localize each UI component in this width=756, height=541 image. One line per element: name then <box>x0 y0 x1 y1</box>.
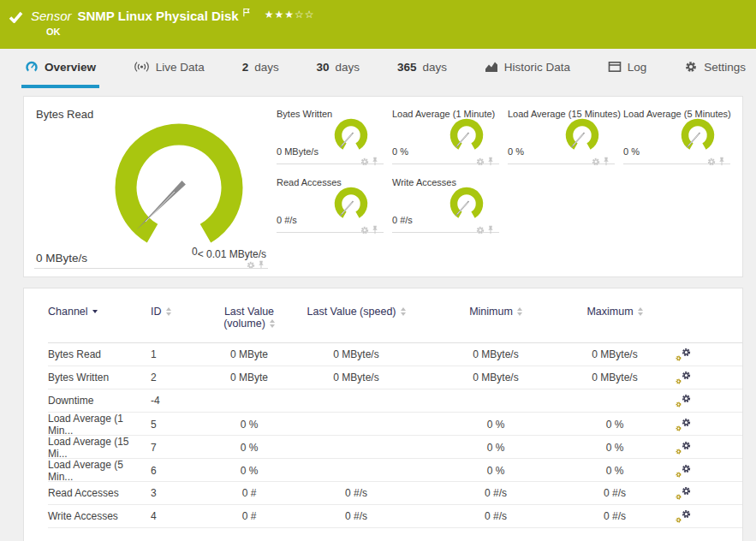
gauge-current-value: 0 % <box>623 146 640 157</box>
channel-settings-gears-icon[interactable] <box>676 418 691 431</box>
channel-settings-gears-icon[interactable] <box>676 486 691 500</box>
divider <box>34 268 268 269</box>
gauge-cell-read-accesses: Read Accesses 0 #/s <box>277 175 384 233</box>
main-gauge-bytes-read: Bytes Read 0 MByte/s 0 < 0.01 MByte/s <box>24 97 275 276</box>
channel-settings-gears-icon[interactable] <box>676 348 691 361</box>
channel-settings-gears-icon[interactable] <box>676 394 691 407</box>
tab-2-days[interactable]: 2 days <box>239 49 283 88</box>
column-header-minimum[interactable]: Minimum <box>412 306 580 318</box>
tab-settings[interactable]: Settings <box>681 49 749 88</box>
object-kind-label: Sensor <box>31 9 72 23</box>
last-value-speed: 0 #/s <box>301 510 412 522</box>
channel-id: -4 <box>151 395 198 407</box>
table-header-row: Channel ID Last Value (volume) Last Valu… <box>48 306 742 343</box>
stars-filled: ★★★ <box>265 9 295 21</box>
maximum-value: 0 % <box>580 419 650 431</box>
channel-id: 5 <box>151 419 198 431</box>
channel-settings-gears-icon[interactable] <box>676 371 691 384</box>
last-value-speed: 0 MByte/s <box>301 348 412 360</box>
maximum-value: 0 % <box>580 465 650 477</box>
minimum-value: 0 #/s <box>412 510 580 522</box>
last-value-speed: 0 MByte/s <box>301 372 412 383</box>
channel-gear-icon[interactable] <box>707 158 716 166</box>
tab-log[interactable]: Log <box>604 49 651 88</box>
last-value-volume: 0 MByte <box>198 372 301 383</box>
channel-gear-icon[interactable] <box>360 226 369 235</box>
gauge-icon <box>25 61 39 73</box>
tab-label: Settings <box>704 61 746 74</box>
tab-label: days <box>336 61 360 74</box>
channel-name: Bytes Written <box>48 372 151 383</box>
tab-label: Live Data <box>156 61 205 74</box>
gauge-current-value: 0 MByte/s <box>277 146 318 157</box>
channel-settings-gears-icon[interactable] <box>676 464 691 478</box>
tab-label: Historic Data <box>504 61 570 74</box>
tab-overview[interactable]: Overview <box>21 49 99 88</box>
table-row: Load Average (5 Min... 6 0 % 0 % 0 % <box>48 459 742 482</box>
tab-live-data[interactable]: Live Data <box>130 49 208 88</box>
small-gauge <box>678 118 717 154</box>
status-badge: OK <box>46 27 746 37</box>
tab-label-number: 2 <box>242 61 249 74</box>
column-header-last-value-volume[interactable]: Last Value (volume) <box>198 306 301 330</box>
historic-chart-icon <box>485 61 498 73</box>
empty-cell <box>508 175 615 233</box>
stars-empty: ☆☆ <box>295 9 315 21</box>
column-label: Last Value <box>224 306 274 318</box>
gauge-cell-write-accesses: Write Accesses 0 #/s <box>392 175 499 233</box>
channel-pin-icon[interactable] <box>487 157 494 166</box>
channel-pin-icon[interactable] <box>487 225 494 235</box>
tab-365-days[interactable]: 365 days <box>394 49 450 88</box>
column-label: Channel <box>48 306 88 318</box>
tab-label-number: 365 <box>397 61 417 74</box>
flag-icon[interactable] <box>242 8 251 17</box>
gauge-title: Bytes Written <box>277 109 332 119</box>
log-window-icon <box>608 61 622 73</box>
channel-gear-icon[interactable] <box>592 158 600 166</box>
tab-historic-data[interactable]: Historic Data <box>481 49 574 88</box>
gauge-cell-load-average-15-minutes: Load Average (15 Minutes) 0 % <box>508 107 615 164</box>
small-gauge <box>331 187 371 223</box>
column-header-channel[interactable]: Channel <box>48 306 151 318</box>
last-value-volume: 0 MByte <box>198 348 301 360</box>
table-row: Load Average (15 Mi... 7 0 % 0 % 0 % <box>48 436 742 459</box>
gauge-scale-max: < 0.01 MByte/s <box>198 248 266 260</box>
tab-label: days <box>254 61 279 74</box>
channel-pin-icon[interactable] <box>603 157 610 166</box>
channel-gear-icon[interactable] <box>360 158 369 166</box>
channel-pin-icon[interactable] <box>718 157 725 166</box>
channel-pin-icon[interactable] <box>372 157 378 166</box>
minimum-value: 0 % <box>412 442 580 454</box>
channel-settings-gears-icon[interactable] <box>676 509 691 523</box>
last-value-volume: 0 # <box>198 487 301 499</box>
channel-id: 1 <box>151 348 198 360</box>
tab-30-days[interactable]: 30 days <box>313 49 364 88</box>
column-header-last-value-speed[interactable]: Last Value (speed) <box>301 306 412 318</box>
channel-id: 6 <box>151 465 198 477</box>
channel-settings-gears-icon[interactable] <box>676 441 691 455</box>
gauge-current-value: 0 % <box>392 146 408 157</box>
maximum-value: 0 % <box>580 442 650 454</box>
channel-gear-icon[interactable] <box>476 226 485 235</box>
channels-table-panel: Channel ID Last Value (volume) Last Valu… <box>23 288 743 541</box>
channel-pin-icon[interactable] <box>372 225 378 235</box>
tab-label: Log <box>628 61 647 74</box>
table-row: Read Accesses 3 0 # 0 #/s 0 #/s 0 #/s <box>48 482 742 505</box>
column-header-id[interactable]: ID <box>151 306 198 318</box>
tab-bar: Overview Live Data 2 days 30 days 365 da… <box>0 49 756 88</box>
small-gauges-grid: Bytes Written 0 MByte/s Load Average (1 … <box>275 97 742 276</box>
priority-stars[interactable]: ★★★☆☆ <box>265 9 315 21</box>
column-header-maximum[interactable]: Maximum <box>580 306 650 318</box>
column-label: ID <box>151 306 162 318</box>
tab-label: Overview <box>45 61 96 74</box>
small-gauge <box>447 187 486 223</box>
channel-id: 2 <box>151 372 198 383</box>
table-row: Load Average (1 Min... 5 0 % 0 % 0 % <box>48 413 742 436</box>
sort-icon <box>401 307 406 316</box>
channel-name: Read Accesses <box>48 487 151 499</box>
channel-id: 7 <box>151 442 198 454</box>
channel-gear-icon[interactable] <box>476 158 485 166</box>
sort-desc-icon <box>92 310 98 313</box>
gauges-panel: Bytes Read 0 MByte/s 0 < 0.01 MByte/s By… <box>23 96 743 277</box>
table-row: Write Accesses 4 0 # 0 #/s 0 #/s 0 #/s <box>48 505 742 528</box>
